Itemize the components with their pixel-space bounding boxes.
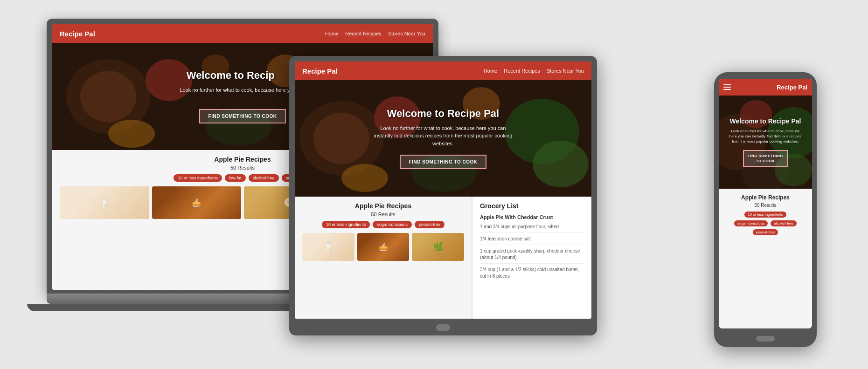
tablet-navbar: Recipe Pal Home Recent Recipes Stores Ne… xyxy=(295,62,591,80)
tablet-food-icon-2: 🥧 xyxy=(357,233,410,261)
phone-tag-1[interactable]: 10 or less ingredients xyxy=(744,212,786,218)
tablet-recipe-section: Apple Pie Recipes 50 Results 10 or less … xyxy=(295,197,472,319)
phone-menu-icon[interactable] xyxy=(723,84,731,90)
phone-screen: Recipe Pal xyxy=(719,79,812,328)
tablet-hero: Welcome to Recipe Pal Look no further fo… xyxy=(295,80,591,197)
laptop-nav-links: Home Recent Recipes Stores Near You xyxy=(325,31,425,36)
phone-hero-subtitle: Look no further for what to cook, becaus… xyxy=(728,129,803,144)
tablet-food-img-2[interactable]: 🥧 xyxy=(357,233,410,261)
tablet-nav-home[interactable]: Home xyxy=(484,68,497,74)
laptop-hero-title: Welcome to Recipe Pal xyxy=(187,69,299,82)
tablet-grocery-recipe-name: Apple Pie With Cheddar Crust xyxy=(480,214,584,220)
tablet-recipe-count: 50 Results xyxy=(302,212,464,217)
tablet-nav-stores[interactable]: Stores Near You xyxy=(547,68,584,74)
tablet-find-cook-button[interactable]: FIND SOMETHING TO COOK xyxy=(400,155,487,169)
tablet-grocery-item-3: 1 cup grated good-quality sharp cheddar … xyxy=(480,248,584,264)
phone-tag-4[interactable]: peanut-free xyxy=(753,229,778,235)
tablet-tag-1[interactable]: 10 or less ingredients xyxy=(322,221,370,228)
tablet-grocery-title: Grocery List xyxy=(480,202,584,210)
tablet-device: Recipe Pal Home Recent Recipes Stores Ne… xyxy=(289,56,597,335)
tablet-nav-links: Home Recent Recipes Stores Near You xyxy=(484,68,584,74)
tablet-nav-recent[interactable]: Recent Recipes xyxy=(504,68,540,74)
tablet-grocery-item-1: 1 and 3/4 cups all-purpose flour, sifted xyxy=(480,224,584,233)
laptop-tag-1[interactable]: 10 or less ingredients xyxy=(174,174,222,182)
laptop-food-img-1[interactable]: 🥛 xyxy=(60,186,149,219)
phone-hero-title: Welcome to Recipe Pal xyxy=(729,117,801,125)
phone-recipe-tags: 10 or less ingredients sugar-conscious a… xyxy=(726,212,805,235)
hamburger-line-2 xyxy=(723,87,731,88)
tablet-hero-subtitle: Look no further for what to cook, becaus… xyxy=(373,124,513,148)
tablet-recipe-area: Apple Pie Recipes 50 Results 10 or less … xyxy=(295,197,472,319)
tablet-screen: Recipe Pal Home Recent Recipes Stores Ne… xyxy=(295,62,591,319)
tablet-tag-2[interactable]: sugar-conscious xyxy=(373,221,412,228)
tablet-grocery-item-2: 1/4 teaspoon coarse salt xyxy=(480,236,584,245)
tablet-home-btn[interactable] xyxy=(436,324,450,331)
laptop-nav-home[interactable]: Home xyxy=(325,31,339,36)
laptop-nav-recent[interactable]: Recent Recipes xyxy=(345,31,382,36)
tablet-lower: Apple Pie Recipes 50 Results 10 or less … xyxy=(295,197,591,319)
tablet-grocery-section: Grocery List Apple Pie With Cheddar Crus… xyxy=(472,197,591,319)
tablet-recipe-title: Apple Pie Recipes xyxy=(302,202,464,210)
laptop-brand: Recipe Pal xyxy=(60,30,95,38)
phone-home-btn[interactable] xyxy=(756,336,775,342)
tablet-food-icon-3: 🌿 xyxy=(412,233,464,261)
tablet-food-img-1[interactable]: 🥛 xyxy=(302,233,354,261)
phone-hero: Welcome to Recipe Pal Look no further fo… xyxy=(719,96,812,189)
laptop-find-cook-button[interactable]: FIND SOMETHING TO COOK xyxy=(199,109,286,123)
laptop-food-icon-1: 🥛 xyxy=(60,186,149,219)
phone-recipe-count: 50 Results xyxy=(726,203,805,208)
laptop-tag-3[interactable]: alcohol-free xyxy=(249,174,279,182)
laptop-nav-stores[interactable]: Stores Near You xyxy=(388,31,425,36)
laptop-tag-2[interactable]: low-fat xyxy=(225,174,246,182)
phone-recipe-title: Apple Pie Recipes xyxy=(726,194,805,201)
phone-frame: Recipe Pal xyxy=(714,72,817,347)
phone-brand: Recipe Pal xyxy=(777,84,807,91)
hamburger-line-1 xyxy=(723,84,731,85)
tablet-food-img-3[interactable]: 🌿 xyxy=(412,233,464,261)
tablet-grocery-item-4: 3/4 cup (1 and a 1/2 sticks) cold unsalt… xyxy=(480,266,584,282)
tablet-food-icon-1: 🥛 xyxy=(302,233,354,261)
laptop-food-img-2[interactable]: 🥧 xyxy=(152,186,242,219)
phone-navbar: Recipe Pal xyxy=(719,79,812,96)
phone-hero-content: Welcome to Recipe Pal Look no further fo… xyxy=(719,96,812,189)
tablet-brand: Recipe Pal xyxy=(302,67,338,75)
phone-device: Recipe Pal xyxy=(714,72,817,347)
phone-recipe-section: Apple Pie Recipes 50 Results 10 or less … xyxy=(719,189,812,328)
phone-tag-2[interactable]: sugar-conscious xyxy=(734,220,768,226)
tablet-recipe-images: 🥛 🥧 🌿 xyxy=(302,233,464,261)
phone-find-cook-button[interactable]: FIND SOMETHINGTO COOK xyxy=(743,150,788,167)
tablet-hero-content: Welcome to Recipe Pal Look no further fo… xyxy=(295,80,591,197)
tablet-frame: Recipe Pal Home Recent Recipes Stores Ne… xyxy=(289,56,597,335)
laptop-navbar: Recipe Pal Home Recent Recipes Stores Ne… xyxy=(52,24,433,43)
tablet-tag-3[interactable]: peanut-free xyxy=(415,221,444,228)
laptop-food-icon-2: 🥧 xyxy=(152,186,242,219)
phone-tag-3[interactable]: alcohol-free xyxy=(771,220,797,226)
hamburger-line-3 xyxy=(723,89,731,90)
tablet-hero-title: Welcome to Recipe Pal xyxy=(387,108,499,120)
tablet-recipe-tags: 10 or less ingredients sugar-conscious p… xyxy=(302,221,464,228)
